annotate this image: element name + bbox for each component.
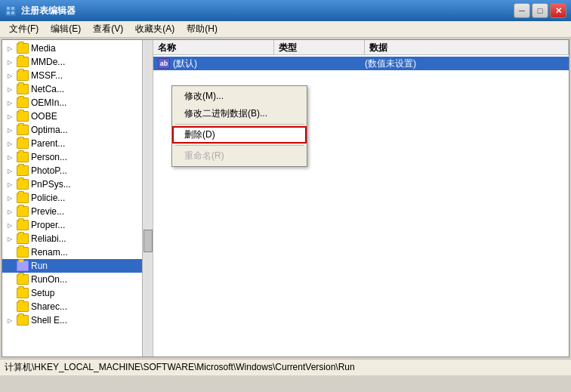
tree-item-mmde[interactable]: ▷ MMDe... [2,55,153,69]
tree-label-reliabi: Reliabi... [31,233,66,244]
menu-help[interactable]: 帮助(H) [181,21,224,37]
tree-arrow-person: ▷ [5,153,14,162]
tree-label-netca: NetCa... [31,84,64,94]
status-text: 计算机\HKEY_LOCAL_MACHINE\SOFTWARE\Microsof… [5,361,355,374]
folder-icon-optima [17,125,29,135]
tree-arrow-pnpsys: ▷ [5,180,14,189]
tree-label-oemin: OEMIn... [31,97,66,108]
tree-label-sharec: Sharec... [31,301,67,312]
tree-label-policie: Policie... [31,193,65,203]
context-menu: 修改(M)... 修改二进制数据(B)... 删除(D) 重命名(R) [171,85,307,167]
tree-item-renam[interactable]: ▷ Renam... [2,245,153,259]
ctx-separator-2 [175,145,304,146]
content-area: ▷ Media ▷ MMDe... ▷ MSSF... ▷ NetCa... ▷ [2,39,569,357]
tree-item-pnpsys[interactable]: ▷ PnPSys... [2,177,153,191]
folder-icon-mssf [17,70,29,81]
tree-arrow-proper: ▷ [5,221,14,230]
minimize-button[interactable]: ─ [514,3,530,18]
app-icon [5,5,17,17]
tree-arrow-media: ▷ [5,44,14,53]
tree-arrow-previe: ▷ [5,207,14,216]
maximize-button[interactable]: □ [532,3,548,18]
folder-icon-media [17,43,29,54]
tree-item-parent[interactable]: ▷ Parent... [2,137,153,150]
tree-arrow-parent: ▷ [5,139,14,148]
folder-icon-run [17,261,29,271]
tree-arrow-photop: ▷ [5,166,14,175]
tree-item-sharec[interactable]: ▷ Sharec... [2,300,153,313]
tree-item-proper[interactable]: ▷ Proper... [2,218,153,232]
tree-label-shell: Shell E... [31,315,67,326]
folder-icon-reliabi [17,233,29,244]
svg-rect-1 [7,7,10,10]
folder-icon-sharec [17,301,29,312]
ctx-item-rename: 重命名(R) [172,147,307,165]
tree-arrow-optima: ▷ [5,125,14,134]
data-cell-name: ab (默认) [158,57,274,70]
menu-edit[interactable]: 编辑(E) [45,21,87,37]
folder-icon-person [17,152,29,162]
col-header-name: 名称 [153,40,274,54]
tree-item-previe[interactable]: ▷ Previe... [2,205,153,218]
tree-label-runon: RunOn... [31,274,67,285]
ctx-item-delete[interactable]: 删除(D) [172,126,307,144]
right-content: ab (默认) (数值未设置) [153,55,569,72]
folder-icon-runon [17,274,29,285]
tree-item-photop[interactable]: ▷ PhotoP... [2,164,153,177]
col-header-data: 数据 [365,40,569,54]
data-row-default[interactable]: ab (默认) (数值未设置) [153,57,569,70]
column-headers: 名称 类型 数据 [153,40,569,55]
tree-arrow-shell: ▷ [5,316,14,325]
tree-item-netca[interactable]: ▷ NetCa... [2,82,153,96]
tree-item-policie[interactable]: ▷ Policie... [2,191,153,205]
tree-label-mmde: MMDe... [31,57,65,67]
window-title: 注册表编辑器 [21,5,514,17]
folder-icon-oobe [17,111,29,122]
tree-item-oobe[interactable]: ▷ OOBE [2,110,153,123]
folder-icon-pnpsys [17,179,29,190]
folder-icon-renam [17,247,29,258]
tree-item-setup[interactable]: ▷ Setup [2,286,153,300]
scrollbar-thumb[interactable] [144,230,153,252]
tree-label-run: Run [31,261,48,271]
tree-arrow-oemin: ▷ [5,98,14,107]
menu-bar: 文件(F) 编辑(E) 查看(V) 收藏夹(A) 帮助(H) [0,21,571,38]
status-bar: 计算机\HKEY_LOCAL_MACHINE\SOFTWARE\Microsof… [0,359,571,375]
folder-icon-photop [17,165,29,176]
ctx-item-modify[interactable]: 修改(M)... [172,88,307,105]
title-bar: 注册表编辑器 ─ □ ✕ [0,0,571,21]
folder-icon-setup [17,288,29,298]
tree-item-runon[interactable]: ▷ RunOn... [2,273,153,286]
tree-label-previe: Previe... [31,206,64,217]
tree-item-media[interactable]: ▷ Media [2,42,153,55]
tree-scrollbar[interactable] [142,40,153,357]
ctx-item-modify-binary[interactable]: 修改二进制数据(B)... [172,105,307,122]
tree-item-mssf[interactable]: ▷ MSSF... [2,69,153,82]
folder-icon-mmde [17,57,29,67]
tree-item-optima[interactable]: ▷ Optima... [2,123,153,137]
tree-label-mssf: MSSF... [31,70,63,81]
tree-item-person[interactable]: ▷ Person... [2,150,153,164]
tree-item-oemin[interactable]: ▷ OEMIn... [2,96,153,110]
tree-panel: ▷ Media ▷ MMDe... ▷ MSSF... ▷ NetCa... ▷ [2,40,153,357]
tree-label-parent: Parent... [31,138,65,149]
tree-arrow-netca: ▷ [5,85,14,94]
main-area: ▷ Media ▷ MMDe... ▷ MSSF... ▷ NetCa... ▷ [0,38,571,375]
tree-label-renam: Renam... [31,247,68,258]
col-header-type: 类型 [274,40,365,54]
tree-item-run[interactable]: ▷ Run [2,259,153,273]
tree-label-setup: Setup [31,288,54,298]
close-button[interactable]: ✕ [550,3,566,18]
svg-rect-3 [7,11,10,14]
folder-icon-shell [17,315,29,326]
tree-arrow-oobe: ▷ [5,112,14,121]
folder-icon-previe [17,206,29,217]
tree-item-reliabi[interactable]: ▷ Reliabi... [2,232,153,245]
window-controls: ─ □ ✕ [514,3,566,18]
tree-item-shell[interactable]: ▷ Shell E... [2,313,153,327]
menu-view[interactable]: 查看(V) [87,21,129,37]
folder-icon-netca [17,84,29,94]
ab-icon: ab [158,58,170,69]
menu-file[interactable]: 文件(F) [3,21,45,37]
menu-favorites[interactable]: 收藏夹(A) [129,21,181,37]
